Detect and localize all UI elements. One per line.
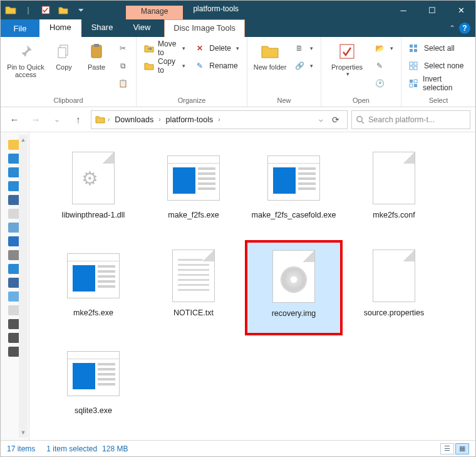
svg-rect-5 <box>340 45 354 58</box>
help-icon[interactable]: ? <box>459 23 470 34</box>
ribbon-tabs: File Home Share View Disc Image Tools ⌃ … <box>1 19 475 37</box>
new-item-icon: 🗎 <box>294 44 305 53</box>
svg-rect-2 <box>58 48 66 58</box>
open-group-label: Open <box>326 95 396 105</box>
file-thumbnail <box>167 246 220 306</box>
contextual-tab-header: Manage <box>126 6 183 19</box>
folder-icon <box>3 3 18 18</box>
file-tab[interactable]: File <box>1 19 39 37</box>
file-name: make_f2fs_casefold.exe <box>252 211 336 221</box>
svg-rect-15 <box>414 80 417 83</box>
breadcrumb-platform-tools[interactable]: platform-tools <box>163 114 216 125</box>
edit-button[interactable]: ✎ <box>371 58 396 73</box>
file-item[interactable]: make_f2fs.exe <box>145 142 242 238</box>
ribbon-help: ⌃ ? <box>444 19 475 37</box>
properties-button[interactable]: Properties ▾ <box>326 39 368 77</box>
breadcrumb-downloads[interactable]: Downloads <box>112 114 156 125</box>
share-tab[interactable]: Share <box>81 19 123 37</box>
paste-shortcut-icon: 📋 <box>117 79 128 88</box>
easy-access-button[interactable]: 🔗▾ <box>291 58 316 73</box>
minimize-button[interactable]: ─ <box>389 1 418 19</box>
rename-icon: ✎ <box>194 61 205 70</box>
cut-button[interactable]: ✂ <box>115 41 131 56</box>
paste-icon <box>89 41 104 62</box>
pin-to-quick-access-button[interactable]: Pin to Quick access <box>6 39 46 78</box>
properties-label: Properties <box>331 63 363 71</box>
file-item[interactable]: NOTICE.txt <box>145 240 242 335</box>
details-view-button[interactable]: ☰ <box>440 443 454 454</box>
back-button[interactable]: ← <box>6 111 23 129</box>
ribbon-group-select: Select all Select none Invert selection … <box>401 37 475 107</box>
copy-to-label: Copy to <box>158 57 177 75</box>
file-item[interactable]: source.properties <box>345 240 443 335</box>
view-tab[interactable]: View <box>123 19 160 37</box>
new-folder-button[interactable]: New folder <box>252 39 287 71</box>
navigation-pane[interactable]: ▲ ▼ <box>1 132 29 440</box>
maximize-button[interactable]: ☐ <box>418 1 447 19</box>
properties-check-icon <box>338 41 356 62</box>
svg-rect-14 <box>410 80 413 83</box>
select-none-button[interactable]: Select none <box>406 58 470 73</box>
titlebar: | ⏷ Manage platform-tools ─ ☐ ✕ <box>1 1 475 19</box>
scroll-up-icon[interactable]: ▲ <box>19 135 28 145</box>
new-item-button[interactable]: 🗎▾ <box>291 41 316 56</box>
properties-icon[interactable] <box>38 3 53 18</box>
file-item[interactable]: make_f2fs_casefold.exe <box>245 142 343 238</box>
pin-label: Pin to Quick access <box>6 63 46 78</box>
file-name: mke2fs.conf <box>373 211 415 221</box>
navpane-scrollbar[interactable]: ▲ <box>19 135 28 438</box>
file-item[interactable]: recovery.img <box>245 240 343 335</box>
icons-view-button[interactable]: ▦ <box>455 443 469 454</box>
file-item[interactable]: ⚙libwinpthread-1.dll <box>44 142 142 238</box>
invert-selection-button[interactable]: Invert selection <box>406 76 470 91</box>
file-list[interactable]: ⚙libwinpthread-1.dllmake_f2fs.exemake_f2… <box>29 132 475 440</box>
pin-icon <box>18 41 34 62</box>
collapse-ribbon-icon[interactable]: ⌃ <box>449 24 455 33</box>
disc-image-tools-tab[interactable]: Disc Image Tools <box>164 19 245 37</box>
select-all-icon <box>409 44 420 53</box>
file-item[interactable]: mke2fs.conf <box>345 142 443 238</box>
copy-to-icon <box>144 61 154 70</box>
search-icon <box>356 115 365 124</box>
refresh-button[interactable]: ⟳ <box>328 115 343 125</box>
delete-icon: ✕ <box>194 44 205 53</box>
search-placeholder: Search platform-t... <box>368 115 435 124</box>
copy-icon <box>56 41 71 62</box>
quick-access-toolbar: | ⏷ <box>1 1 88 19</box>
delete-button[interactable]: ✕ Delete▾ <box>192 41 242 56</box>
file-item[interactable]: mke2fs.exe <box>44 240 142 335</box>
forward-button[interactable]: → <box>27 111 44 129</box>
file-name: make_f2fs.exe <box>168 211 219 221</box>
copy-button[interactable]: Copy <box>49 39 78 71</box>
close-button[interactable]: ✕ <box>447 1 475 19</box>
address-dropdown-icon[interactable]: ⌵ <box>316 115 326 123</box>
rename-button[interactable]: ✎ Rename <box>192 58 242 73</box>
open-button[interactable]: 📂▾ <box>371 41 396 56</box>
history-button[interactable]: 🕑 <box>371 76 396 91</box>
copy-to-button[interactable]: Copy to▾ <box>142 58 188 73</box>
copy-path-button[interactable]: ⧉ <box>115 58 131 73</box>
paste-shortcut-button[interactable]: 📋 <box>115 76 131 91</box>
file-thumbnail <box>167 148 220 208</box>
ribbon-group-organize: Move to▾ Copy to▾ ✕ Delete▾ ✎ Rename <box>137 37 247 107</box>
address-bar[interactable]: › Downloads › platform-tools › ⌵ ⟳ <box>91 110 348 129</box>
qat-dropdown-icon[interactable]: ⏷ <box>73 3 88 18</box>
chevron-right-icon[interactable]: › <box>218 116 220 123</box>
scroll-down-icon[interactable]: ▼ <box>19 428 28 438</box>
file-name: source.properties <box>364 308 425 318</box>
file-name: NOTICE.txt <box>173 308 214 318</box>
select-all-button[interactable]: Select all <box>406 41 470 56</box>
up-button[interactable]: ↑ <box>70 111 87 129</box>
chevron-right-icon[interactable]: › <box>158 116 160 123</box>
paste-button[interactable]: Paste <box>82 39 111 71</box>
svg-rect-11 <box>414 62 417 65</box>
file-item[interactable]: sqlite3.exe <box>44 338 142 433</box>
move-to-button[interactable]: Move to▾ <box>142 41 188 56</box>
search-box[interactable]: Search platform-t... <box>351 110 470 129</box>
recent-locations-button[interactable]: ⌵ <box>48 111 66 129</box>
folder-small-icon[interactable] <box>56 3 71 18</box>
copy-label: Copy <box>56 63 72 71</box>
home-tab[interactable]: Home <box>39 19 81 37</box>
chevron-right-icon[interactable]: › <box>108 116 110 123</box>
svg-line-19 <box>361 121 364 123</box>
